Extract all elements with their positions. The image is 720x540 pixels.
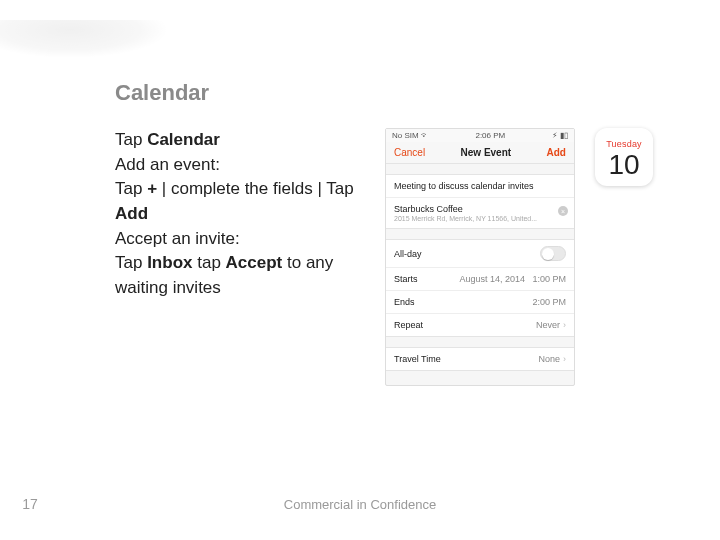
text: Tap <box>115 253 147 272</box>
travel-value: None <box>538 354 560 364</box>
travel-label: Travel Time <box>394 354 441 364</box>
event-title-value: Meeting to discuss calendar invites <box>394 181 534 191</box>
starts-date: August 14, 2014 <box>459 274 525 284</box>
text: Add an event: <box>115 153 365 178</box>
event-title-field[interactable]: Meeting to discuss calendar invites <box>386 175 574 198</box>
repeat-label: Repeat <box>394 320 423 330</box>
allday-row: All-day <box>386 240 574 268</box>
navbar-title: New Event <box>461 147 512 158</box>
location-address: 2015 Merrick Rd, Merrick, NY 11566, Unit… <box>394 215 537 222</box>
travel-time-row[interactable]: Travel Time None› <box>386 348 574 370</box>
event-location-field[interactable]: Starbucks Coffee 2015 Merrick Rd, Merric… <box>386 198 574 228</box>
add-button[interactable]: Add <box>547 147 566 158</box>
text: tap <box>192 253 225 272</box>
cancel-button[interactable]: Cancel <box>394 147 425 158</box>
chevron-right-icon: › <box>563 320 566 330</box>
clear-icon[interactable]: × <box>558 206 568 216</box>
slide-footer: 17 Commercial in Confidence <box>0 496 720 512</box>
status-time: 2:06 PM <box>475 131 505 140</box>
location-name: Starbucks Coffee <box>394 204 463 214</box>
starts-row[interactable]: Starts August 14, 2014 1:00 PM <box>386 268 574 291</box>
slide-title: Calendar <box>115 80 700 106</box>
footer-text: Commercial in Confidence <box>0 497 720 512</box>
text-bold: Accept <box>226 253 283 272</box>
ends-time: 2:00 PM <box>532 297 566 307</box>
chevron-right-icon: › <box>563 354 566 364</box>
calendar-icon-weekday: Tuesday <box>606 139 642 149</box>
text: Tap <box>115 130 147 149</box>
ends-row[interactable]: Ends 2:00 PM <box>386 291 574 314</box>
text-bold: + <box>147 179 157 198</box>
instruction-text: Tap Calendar Add an event: Tap + | compl… <box>115 128 365 300</box>
phone-status-bar: No SIM ᯤ 2:06 PM ⚡︎ ▮▯ <box>386 129 574 142</box>
text: Tap <box>115 179 147 198</box>
text: Accept an invite: <box>115 227 365 252</box>
text-bold: Add <box>115 204 148 223</box>
status-carrier: No SIM ᯤ <box>392 131 429 140</box>
allday-label: All-day <box>394 249 422 259</box>
starts-label: Starts <box>394 274 418 284</box>
status-battery: ⚡︎ ▮▯ <box>552 131 568 140</box>
repeat-row[interactable]: Repeat Never› <box>386 314 574 336</box>
repeat-value: Never <box>536 320 560 330</box>
phone-screenshot: No SIM ᯤ 2:06 PM ⚡︎ ▮▯ Cancel New Event … <box>385 128 575 386</box>
calendar-app-icon: Tuesday 10 <box>595 128 653 186</box>
allday-toggle[interactable] <box>540 246 566 261</box>
slide-decoration-swoosh <box>0 0 190 50</box>
slide-content: Calendar Tap Calendar Add an event: Tap … <box>115 80 700 386</box>
text: | complete the fields | Tap <box>157 179 354 198</box>
text-bold: Calendar <box>147 130 220 149</box>
starts-time: 1:00 PM <box>532 274 566 284</box>
phone-navbar: Cancel New Event Add <box>386 142 574 164</box>
text-bold: Inbox <box>147 253 192 272</box>
calendar-icon-daynum: 10 <box>608 151 639 179</box>
ends-label: Ends <box>394 297 415 307</box>
